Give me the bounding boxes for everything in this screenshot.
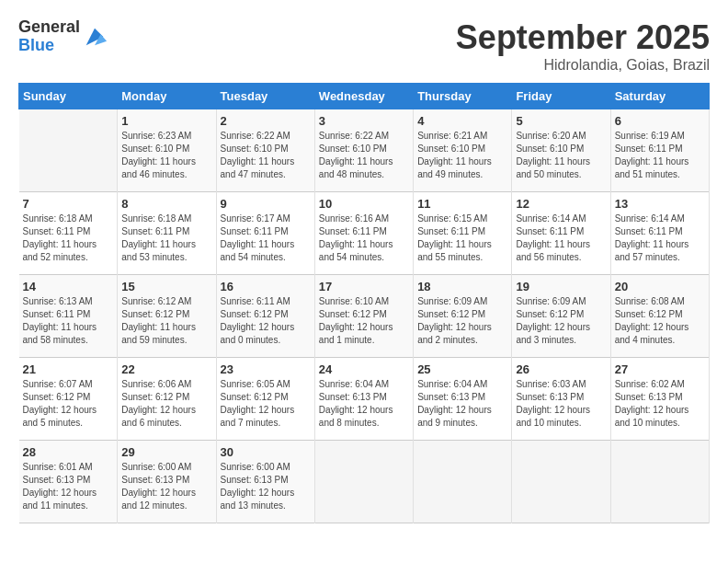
- calendar-cell: 26Sunrise: 6:03 AMSunset: 6:13 PMDayligh…: [512, 358, 610, 441]
- day-number: 8: [121, 197, 211, 211]
- calendar-cell: 29Sunrise: 6:00 AMSunset: 6:13 PMDayligh…: [118, 441, 216, 523]
- day-number: 20: [615, 280, 705, 293]
- day-info: Sunrise: 6:05 AMSunset: 6:12 PMDaylight:…: [221, 378, 311, 430]
- day-number: 19: [516, 280, 606, 293]
- day-info: Sunrise: 6:14 AMSunset: 6:11 PMDaylight:…: [615, 213, 705, 264]
- day-number: 17: [319, 280, 409, 293]
- day-info: Sunrise: 6:17 AMSunset: 6:11 PMDaylight:…: [221, 213, 311, 264]
- day-number: 28: [23, 445, 114, 459]
- day-number: 1: [121, 114, 211, 128]
- day-info: Sunrise: 6:00 AMSunset: 6:13 PMDaylight:…: [121, 461, 211, 512]
- calendar-cell: 13Sunrise: 6:14 AMSunset: 6:11 PMDayligh…: [610, 192, 709, 275]
- calendar-cell: 30Sunrise: 6:00 AMSunset: 6:13 PMDayligh…: [216, 441, 314, 523]
- day-info: Sunrise: 6:18 AMSunset: 6:11 PMDaylight:…: [121, 213, 211, 264]
- header-day: Thursday: [414, 84, 512, 109]
- day-info: Sunrise: 6:07 AMSunset: 6:12 PMDaylight:…: [23, 378, 114, 430]
- calendar-table: SundayMondayTuesdayWednesdayThursdayFrid…: [18, 83, 710, 523]
- calendar-cell: 28Sunrise: 6:01 AMSunset: 6:13 PMDayligh…: [19, 441, 118, 523]
- day-number: 14: [23, 280, 114, 293]
- calendar-cell: 19Sunrise: 6:09 AMSunset: 6:12 PMDayligh…: [512, 275, 610, 358]
- day-number: 4: [417, 114, 507, 128]
- header-day: Tuesday: [216, 84, 314, 109]
- calendar-cell: 22Sunrise: 6:06 AMSunset: 6:12 PMDayligh…: [118, 358, 216, 441]
- calendar-cell: 23Sunrise: 6:05 AMSunset: 6:12 PMDayligh…: [216, 358, 314, 441]
- logo-general: General: [18, 18, 80, 37]
- header-day: Wednesday: [314, 84, 413, 109]
- header-day: Monday: [118, 84, 216, 109]
- calendar-cell: 9Sunrise: 6:17 AMSunset: 6:11 PMDaylight…: [216, 192, 314, 275]
- title-block: September 2025 Hidrolandia, Goias, Brazi…: [456, 18, 710, 74]
- logo: General Blue: [18, 18, 108, 55]
- day-number: 21: [23, 362, 114, 376]
- calendar-cell: 7Sunrise: 6:18 AMSunset: 6:11 PMDaylight…: [19, 192, 118, 275]
- calendar-cell: 12Sunrise: 6:14 AMSunset: 6:11 PMDayligh…: [512, 192, 610, 275]
- calendar-cell: [314, 441, 413, 523]
- calendar-cell: [19, 109, 118, 192]
- day-number: 18: [417, 280, 507, 293]
- day-info: Sunrise: 6:18 AMSunset: 6:11 PMDaylight:…: [23, 213, 114, 264]
- day-number: 15: [121, 280, 211, 293]
- location: Hidrolandia, Goias, Brazil: [456, 57, 710, 74]
- day-info: Sunrise: 6:09 AMSunset: 6:12 PMDaylight:…: [417, 295, 507, 347]
- day-number: 6: [615, 114, 705, 128]
- day-info: Sunrise: 6:23 AMSunset: 6:10 PMDaylight:…: [121, 130, 211, 181]
- day-number: 11: [417, 197, 507, 211]
- day-info: Sunrise: 6:04 AMSunset: 6:13 PMDaylight:…: [417, 378, 507, 430]
- day-number: 22: [121, 362, 211, 376]
- day-info: Sunrise: 6:22 AMSunset: 6:10 PMDaylight:…: [319, 130, 409, 181]
- day-info: Sunrise: 6:10 AMSunset: 6:12 PMDaylight:…: [319, 295, 409, 347]
- day-number: 7: [23, 197, 114, 211]
- calendar-cell: 4Sunrise: 6:21 AMSunset: 6:10 PMDaylight…: [414, 109, 512, 192]
- header-day: Saturday: [610, 84, 709, 109]
- day-info: Sunrise: 6:09 AMSunset: 6:12 PMDaylight:…: [516, 295, 606, 347]
- calendar-cell: 21Sunrise: 6:07 AMSunset: 6:12 PMDayligh…: [19, 358, 118, 441]
- day-number: 2: [221, 114, 311, 128]
- day-info: Sunrise: 6:08 AMSunset: 6:12 PMDaylight:…: [615, 295, 705, 347]
- day-info: Sunrise: 6:19 AMSunset: 6:11 PMDaylight:…: [615, 130, 705, 181]
- day-info: Sunrise: 6:20 AMSunset: 6:10 PMDaylight:…: [516, 130, 606, 181]
- day-info: Sunrise: 6:12 AMSunset: 6:12 PMDaylight:…: [121, 295, 211, 347]
- header-day: Friday: [512, 84, 610, 109]
- day-info: Sunrise: 6:16 AMSunset: 6:11 PMDaylight:…: [319, 213, 409, 264]
- calendar-cell: 5Sunrise: 6:20 AMSunset: 6:10 PMDaylight…: [512, 109, 610, 192]
- calendar-cell: 8Sunrise: 6:18 AMSunset: 6:11 PMDaylight…: [118, 192, 216, 275]
- calendar-cell: 3Sunrise: 6:22 AMSunset: 6:10 PMDaylight…: [314, 109, 413, 192]
- calendar-week-row: 1Sunrise: 6:23 AMSunset: 6:10 PMDaylight…: [19, 109, 710, 192]
- day-info: Sunrise: 6:22 AMSunset: 6:10 PMDaylight:…: [221, 130, 311, 181]
- calendar-cell: 27Sunrise: 6:02 AMSunset: 6:13 PMDayligh…: [610, 358, 709, 441]
- day-number: 30: [221, 445, 311, 459]
- day-info: Sunrise: 6:21 AMSunset: 6:10 PMDaylight:…: [417, 130, 507, 181]
- calendar-week-row: 7Sunrise: 6:18 AMSunset: 6:11 PMDaylight…: [19, 192, 710, 275]
- calendar-cell: 10Sunrise: 6:16 AMSunset: 6:11 PMDayligh…: [314, 192, 413, 275]
- day-info: Sunrise: 6:04 AMSunset: 6:13 PMDaylight:…: [319, 378, 409, 430]
- day-number: 23: [221, 362, 311, 376]
- calendar-body: 1Sunrise: 6:23 AMSunset: 6:10 PMDaylight…: [19, 109, 710, 523]
- day-number: 3: [319, 114, 409, 128]
- calendar-cell: 24Sunrise: 6:04 AMSunset: 6:13 PMDayligh…: [314, 358, 413, 441]
- day-info: Sunrise: 6:13 AMSunset: 6:11 PMDaylight:…: [23, 295, 114, 347]
- calendar-cell: 18Sunrise: 6:09 AMSunset: 6:12 PMDayligh…: [414, 275, 512, 358]
- day-number: 25: [417, 362, 507, 376]
- calendar-cell: 25Sunrise: 6:04 AMSunset: 6:13 PMDayligh…: [414, 358, 512, 441]
- calendar-cell: 6Sunrise: 6:19 AMSunset: 6:11 PMDaylight…: [610, 109, 709, 192]
- calendar-cell: [610, 441, 709, 523]
- day-info: Sunrise: 6:03 AMSunset: 6:13 PMDaylight:…: [516, 378, 606, 430]
- day-number: 5: [516, 114, 606, 128]
- day-info: Sunrise: 6:06 AMSunset: 6:12 PMDaylight:…: [121, 378, 211, 430]
- day-number: 12: [516, 197, 606, 211]
- logo-text: General Blue: [18, 18, 80, 55]
- day-number: 9: [221, 197, 311, 211]
- header-day: Sunday: [19, 84, 118, 109]
- month-title: September 2025: [456, 18, 710, 57]
- calendar-cell: 16Sunrise: 6:11 AMSunset: 6:12 PMDayligh…: [216, 275, 314, 358]
- logo-icon: [82, 24, 108, 50]
- calendar-week-row: 21Sunrise: 6:07 AMSunset: 6:12 PMDayligh…: [19, 358, 710, 441]
- calendar-week-row: 28Sunrise: 6:01 AMSunset: 6:13 PMDayligh…: [19, 441, 710, 523]
- calendar-week-row: 14Sunrise: 6:13 AMSunset: 6:11 PMDayligh…: [19, 275, 710, 358]
- calendar-cell: [512, 441, 610, 523]
- day-info: Sunrise: 6:14 AMSunset: 6:11 PMDaylight:…: [516, 213, 606, 264]
- page-header: General Blue September 2025 Hidrolandia,…: [18, 18, 710, 74]
- day-info: Sunrise: 6:15 AMSunset: 6:11 PMDaylight:…: [417, 213, 507, 264]
- day-number: 10: [319, 197, 409, 211]
- calendar-cell: 17Sunrise: 6:10 AMSunset: 6:12 PMDayligh…: [314, 275, 413, 358]
